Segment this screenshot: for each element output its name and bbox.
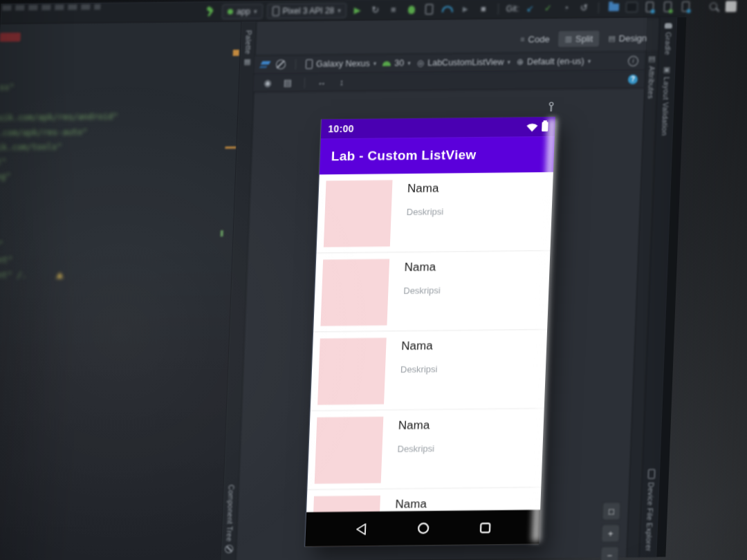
tab-design[interactable]: ▤ Design	[602, 30, 654, 46]
horizontal-constraint-button[interactable]: ↔	[315, 75, 329, 89]
split-tab-label: Split	[575, 33, 593, 44]
code-line: ss"	[0, 82, 15, 92]
tab-gradle[interactable]: Gradle	[663, 23, 673, 55]
sdk-manager-button[interactable]	[679, 0, 693, 14]
gauge-icon	[442, 6, 453, 12]
attach-debugger-button[interactable]	[422, 2, 436, 16]
device-label: Pixel 3 API 28	[282, 6, 334, 16]
theme-picker[interactable]: ◎ LabCustomListView ▾	[417, 57, 511, 68]
vertical-constraint-button[interactable]: ↕	[335, 75, 349, 89]
wifi-icon	[526, 122, 537, 131]
build-hammer-icon[interactable]	[204, 5, 219, 19]
design-tab-label: Design	[618, 32, 647, 43]
profiler-button[interactable]	[440, 2, 454, 16]
help-icon[interactable]: ?	[628, 74, 638, 84]
stripe-warning-mark[interactable]	[225, 147, 236, 149]
debug-button[interactable]	[404, 3, 418, 17]
tab-layout-validation[interactable]: ▣ Layout Validation	[660, 66, 671, 136]
git-history-button[interactable]: ◔	[559, 1, 573, 15]
chevron-down-icon: ▾	[507, 59, 510, 66]
breadcrumb	[2, 4, 100, 10]
code-line: w"	[0, 239, 3, 249]
item-thumbnail	[320, 259, 389, 326]
list-item[interactable]: NamaDeskripsi	[313, 251, 550, 333]
attach-debugger-icon	[425, 4, 434, 15]
terminal-icon	[626, 2, 638, 12]
emulator-button[interactable]	[661, 0, 675, 14]
chevron-down-icon: ▾	[407, 59, 411, 66]
item-subtitle: Deskripsi	[397, 443, 434, 454]
code-tab-label: Code	[528, 34, 550, 44]
list-item[interactable]: NamaDeskripsi	[307, 409, 544, 490]
blueprint-list-button[interactable]: ▤	[281, 75, 295, 89]
code-line: t"	[0, 157, 6, 167]
run-config-label: app	[237, 6, 251, 16]
zoom-controls: □ + −	[600, 502, 620, 560]
back-button[interactable]	[354, 522, 368, 535]
bug-icon	[408, 6, 415, 14]
device-picker[interactable]: Galaxy Nexus ▾	[306, 59, 377, 69]
zoom-fit-button[interactable]: □	[602, 502, 620, 520]
stop-button[interactable]: ■	[476, 2, 490, 16]
tab-attributes[interactable]: ▤ Attributes	[646, 55, 656, 100]
tab-component-tree[interactable]: Component Tree	[224, 484, 235, 553]
code-line: sik.com/apk/res/android"	[0, 112, 118, 123]
tab-code[interactable]: ≡ Code	[514, 31, 556, 48]
tab-device-file-explorer[interactable]: Device File Explorer	[644, 469, 656, 552]
recents-button[interactable]	[479, 522, 491, 534]
device-select[interactable]: Pixel 3 API 28 ▾	[266, 3, 347, 19]
list-item[interactable]: NamaDeskripsi	[316, 172, 553, 254]
listview[interactable]: NamaDeskripsi NamaDeskripsi NamaDeskrips…	[305, 172, 553, 547]
profile-low-overhead-button[interactable]: ▶	[458, 2, 472, 16]
theme-icon: ◎	[417, 58, 425, 68]
running-devices-button[interactable]	[724, 0, 739, 13]
git-update-button[interactable]: ↙	[523, 1, 537, 15]
git-commit-button[interactable]: ✓	[541, 1, 555, 15]
item-subtitle: Deskripsi	[406, 207, 443, 218]
toolbar-separator	[598, 2, 600, 13]
phone-preview[interactable]: 10:00 Lab - Custom ListView NamaDeskrips…	[305, 117, 555, 547]
locale-picker[interactable]: ⊕ Default (en-us) ▾	[517, 56, 591, 66]
terminal-button[interactable]	[625, 0, 639, 14]
app-title: Lab - Custom ListView	[331, 147, 477, 164]
locale-label: Default (en-us)	[527, 57, 584, 67]
attributes-icon: ▤	[648, 55, 656, 63]
tab-palette[interactable]: Palette ▦	[243, 30, 252, 66]
android-studio-window: app ▾ Pixel 3 API 28 ▾ ▶ ↻ ≡ ▶ ■ Git: ↙ …	[0, 0, 688, 560]
design-surface-button[interactable]	[261, 61, 270, 68]
item-subtitle: Deskripsi	[400, 364, 438, 375]
view-options-button[interactable]: ◉	[261, 76, 275, 90]
warning-icon	[56, 272, 63, 279]
apply-code-changes-button[interactable]: ≡	[386, 3, 400, 17]
device-manager-button[interactable]	[643, 0, 657, 14]
item-title: Nama	[401, 339, 439, 354]
orientation-icon[interactable]	[276, 59, 286, 69]
status-bar: 10:00	[321, 117, 555, 139]
tab-split[interactable]: ▥ Split	[558, 30, 600, 47]
api-level-label: 30	[394, 58, 404, 68]
list-item[interactable]: NamaDeskripsi	[311, 330, 547, 411]
android-icon	[382, 61, 391, 66]
zoom-in-button[interactable]: +	[601, 524, 620, 542]
run-config-select[interactable]: app ▾	[222, 3, 263, 19]
search-button[interactable]	[706, 0, 721, 13]
palette-icon: ▦	[243, 57, 251, 65]
code-line: ik.com/tools"	[0, 142, 62, 153]
stripe-warning-mark[interactable]	[233, 50, 239, 56]
item-thumbnail	[317, 338, 387, 405]
info-icon[interactable]: i	[628, 55, 639, 66]
code-editor[interactable]: ss" sik.com/apk/res/android" .com/apk/re…	[0, 22, 241, 560]
chevron-down-icon: ▾	[254, 8, 257, 15]
apply-changes-button[interactable]: ↻	[368, 3, 382, 17]
run-button[interactable]: ▶	[350, 3, 365, 17]
zoom-out-button[interactable]: −	[600, 546, 619, 560]
git-rollback-button[interactable]: ↺	[577, 1, 591, 15]
code-line: ng"	[0, 171, 11, 181]
item-title: Nama	[395, 497, 432, 512]
home-button[interactable]	[416, 521, 431, 535]
toolbar-separator	[295, 59, 297, 70]
api-level-picker[interactable]: 30 ▾	[382, 58, 411, 68]
project-folders-button[interactable]	[607, 1, 621, 15]
chevron-down-icon: ▾	[588, 57, 591, 64]
split-tab-icon: ▥	[564, 34, 572, 43]
